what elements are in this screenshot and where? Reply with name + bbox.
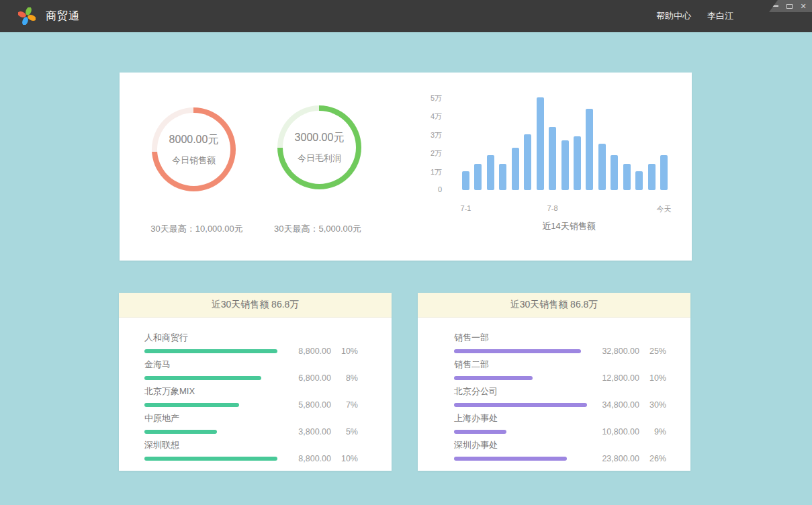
- list-item: 中原地产 3,800.005%: [144, 411, 358, 438]
- chart-bar: [549, 127, 556, 190]
- chart-bar: [648, 164, 656, 190]
- x-tick-label: 7-8: [526, 204, 580, 212]
- chart-bars: [462, 96, 668, 190]
- customer-ranking-title: 近30天销售额 86.8万: [119, 293, 392, 318]
- y-tick-label: 3万: [388, 130, 442, 140]
- user-menu[interactable]: 李白江: [707, 10, 733, 22]
- chart-title: 近14天销售额: [502, 220, 636, 232]
- customer-name: 深圳联想: [144, 439, 179, 451]
- department-ranking-list: 销售一部 32,800.0025% 销售二部 12,800.0010% 北京分公…: [418, 318, 690, 465]
- maximize-icon[interactable]: [785, 2, 793, 10]
- amount: 8,800.00: [291, 454, 331, 463]
- chart-bar: [598, 144, 606, 190]
- today-profit-30d-max: 30天最高：5,000.00元: [240, 223, 395, 235]
- chart-bar: [635, 171, 643, 190]
- progress-bar: [144, 376, 261, 380]
- help-center-link[interactable]: 帮助中心: [656, 10, 691, 22]
- progress-bar: [454, 349, 581, 353]
- chart-bar: [524, 134, 531, 190]
- overview-card: 8000.00元 今日销售额 30天最高：10,000.00元 3000.00元…: [120, 73, 692, 261]
- amount: 10,800.00: [599, 427, 639, 437]
- customer-name: 中原地产: [144, 412, 179, 424]
- percent: 30%: [646, 400, 666, 410]
- progress-bar: [454, 430, 506, 434]
- x-tick-label: 今天: [637, 204, 691, 214]
- percent: 5%: [338, 427, 358, 437]
- chart-bar: [611, 155, 618, 190]
- list-item: 深圳联想 8,800.0010%: [144, 438, 358, 465]
- chart-bar: [660, 155, 668, 190]
- x-tick-label: 7-1: [439, 204, 493, 212]
- customer-ranking-card: 近30天销售额 86.8万 人和商贸行 8,800.0010% 金海马 6,80…: [119, 293, 392, 471]
- today-sales-donut-center: 8000.00元 今日销售额: [157, 113, 230, 186]
- progress-bar: [144, 403, 239, 407]
- chart-bar: [512, 148, 519, 190]
- titlebar: 商贸通 帮助中心 李白江 ✕: [0, 0, 812, 32]
- today-profit-donut: 3000.00元 今日毛利润: [277, 105, 361, 189]
- percent: 10%: [338, 454, 358, 463]
- list-item: 金海马 6,800.008%: [144, 357, 358, 384]
- app-title: 商贸通: [46, 9, 80, 24]
- department-name: 北京分公司: [454, 385, 498, 398]
- percent: 10%: [646, 373, 666, 383]
- percent: 9%: [646, 427, 666, 437]
- percent: 25%: [646, 347, 666, 356]
- list-item: 人和商贸行 8,800.0010%: [144, 330, 358, 357]
- progress-bar: [144, 457, 277, 461]
- amount: 3,800.00: [291, 427, 331, 437]
- today-profit-label: 今日毛利润: [298, 152, 341, 165]
- amount: 8,800.00: [291, 347, 331, 356]
- department-name: 上海办事处: [454, 412, 498, 424]
- percent: 10%: [338, 347, 358, 356]
- close-icon[interactable]: ✕: [799, 2, 807, 10]
- chart-bar: [586, 109, 593, 190]
- list-item: 销售一部 32,800.0025%: [454, 330, 666, 357]
- window-controls: ✕: [769, 0, 812, 12]
- chart-bar: [623, 164, 631, 190]
- list-item: 北京分公司 34,800.0030%: [454, 384, 666, 411]
- list-item: 北京万象MIX 5,800.007%: [144, 384, 358, 411]
- chart-bar: [499, 164, 506, 190]
- chart-bar: [462, 171, 469, 190]
- progress-bar: [144, 349, 277, 353]
- customer-name: 北京万象MIX: [144, 385, 195, 398]
- amount: 32,800.00: [599, 347, 639, 356]
- progress-bar: [454, 376, 533, 380]
- department-ranking-title: 近30天销售额 86.8万: [418, 293, 690, 318]
- amount: 23,800.00: [599, 454, 639, 463]
- chart-bar: [487, 155, 494, 190]
- department-name: 销售一部: [454, 332, 489, 344]
- percent: 8%: [338, 373, 358, 383]
- today-sales-value: 8000.00元: [169, 133, 219, 147]
- today-profit-donut-center: 3000.00元 今日毛利润: [283, 111, 356, 184]
- amount: 12,800.00: [599, 373, 639, 383]
- progress-bar: [454, 457, 567, 461]
- chart-bar: [561, 140, 569, 190]
- progress-bar: [144, 430, 217, 434]
- y-tick-label: 4万: [388, 111, 442, 122]
- customer-name: 金海马: [144, 359, 171, 371]
- customer-name: 人和商贸行: [144, 332, 188, 344]
- percent: 26%: [646, 454, 666, 463]
- pinwheel-logo-icon: [18, 7, 36, 25]
- list-item: 深圳办事处 23,800.0026%: [454, 438, 666, 465]
- y-tick-label: 5万: [388, 93, 442, 103]
- app-window: 商贸通 帮助中心 李白江 ✕ 8000.00元 今日销售额 30天最高：10,0…: [0, 0, 812, 505]
- today-sales-donut: 8000.00元 今日销售额: [152, 107, 236, 191]
- list-item: 上海办事处 10,800.009%: [454, 411, 666, 438]
- y-tick-label: 2万: [388, 148, 442, 158]
- chart-bar: [574, 136, 581, 190]
- amount: 5,800.00: [291, 400, 331, 410]
- department-ranking-card: 近30天销售额 86.8万 销售一部 32,800.0025% 销售二部 12,…: [418, 293, 690, 471]
- today-profit-value: 3000.00元: [295, 131, 345, 145]
- percent: 7%: [338, 400, 358, 410]
- customer-ranking-list: 人和商贸行 8,800.0010% 金海马 6,800.008% 北京万象MIX…: [119, 318, 392, 465]
- y-tick-label: 0: [388, 185, 442, 193]
- amount: 34,800.00: [599, 400, 639, 410]
- amount: 6,800.00: [291, 373, 331, 383]
- chart-bar: [474, 164, 482, 190]
- today-sales-label: 今日销售额: [172, 154, 216, 167]
- minimize-icon[interactable]: [771, 2, 779, 10]
- progress-bar: [454, 403, 587, 407]
- y-tick-label: 1万: [388, 167, 442, 177]
